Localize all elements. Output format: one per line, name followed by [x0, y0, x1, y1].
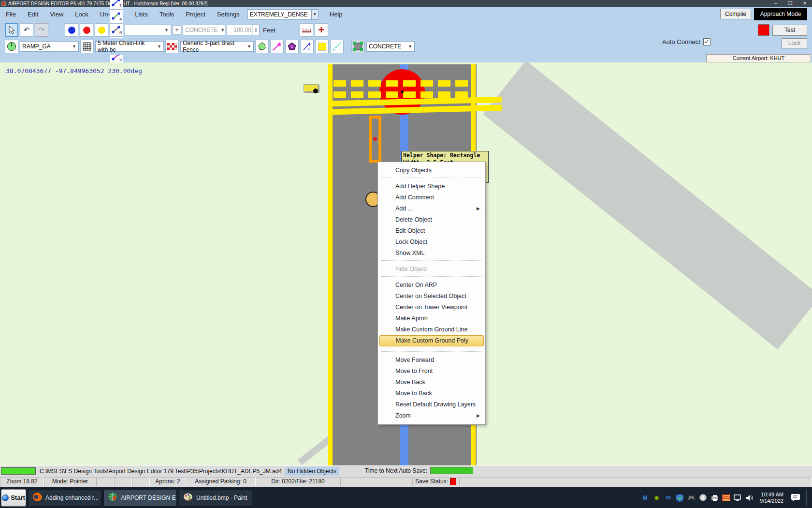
taskbar-app-untitled-bmp-paint[interactable]: Untitled.bmp - Paint	[179, 489, 252, 507]
purple-pentagon-tool-button[interactable]: G	[285, 40, 299, 53]
dashed-line-tool-button[interactable]	[330, 40, 344, 53]
undo-button[interactable]: ↶	[20, 23, 33, 37]
action-center-icon[interactable]	[790, 493, 800, 502]
submenu-arrow-icon: ▶	[477, 410, 480, 421]
blue-point-tool-button[interactable]	[65, 23, 78, 37]
auto-connect-checkbox[interactable]: ✓	[703, 38, 710, 45]
taskbar-clock[interactable]: 10:49 AM 9/14/2022	[760, 492, 783, 504]
blue-arrow-g-tool-button[interactable]: G	[300, 40, 314, 53]
taxiway-diagonal[interactable]	[483, 62, 812, 350]
blast-fence-dropdown[interactable]: Generic 3-part Blast Fence ▼	[180, 41, 254, 52]
line-tool-a-button[interactable]: A	[110, 10, 123, 23]
start-button[interactable]: Start	[1, 489, 26, 507]
ade-icon	[108, 492, 117, 503]
status-bar-bottom: Zoom 18.82Mode: PointerAprons: 2Assigned…	[0, 476, 812, 487]
chevron-down-icon[interactable]: ▼	[311, 9, 319, 20]
context-menu-item-lock-object[interactable]: Lock Object	[379, 237, 484, 248]
surface-dropdown[interactable]: CONCRETE ▼	[366, 41, 415, 52]
context-menu-item-edit-object[interactable]: Edit Object	[379, 225, 484, 237]
context-menu-item-add-comment[interactable]: Add Comment	[379, 192, 484, 203]
context-menu-item-add-helper-shape[interactable]: Add Helper Shape	[379, 181, 484, 192]
tray-disc-icon[interactable]	[699, 493, 707, 502]
no-hidden-objects-badge: No Hidden Objects	[285, 467, 339, 476]
menu-settings[interactable]: Settings	[211, 9, 246, 20]
context-menu-item-center-on-selected-object[interactable]: Center on Selected Object	[379, 291, 484, 302]
context-menu-item-add[interactable]: Add ...▶	[379, 203, 484, 214]
magenta-line-tool-button[interactable]	[270, 40, 284, 53]
ramp-type-dropdown[interactable]: RAMP_GA ▼	[20, 41, 79, 52]
restore-icon[interactable]: ❐	[783, 0, 798, 7]
context-menu-item-move-to-front[interactable]: Move to Front	[379, 366, 484, 377]
helper-rectangle-vertex[interactable]	[373, 137, 377, 141]
threshold-dash	[455, 80, 468, 87]
line-tool-t-button[interactable]: T	[110, 0, 123, 10]
yellow-square-tool-button[interactable]	[315, 40, 329, 53]
context-menu-item-show-xml[interactable]: Show XML	[379, 248, 484, 259]
test-button[interactable]: Test	[772, 25, 807, 36]
lock-button[interactable]: Lock	[782, 38, 807, 48]
yellow-point-tool-button[interactable]	[95, 23, 108, 37]
marker-node-dot[interactable]	[313, 89, 318, 93]
tray-controller-icon[interactable]: 🎮	[687, 493, 696, 502]
approach-mode-button[interactable]: Approach Mode	[754, 8, 807, 20]
menu-project[interactable]: Project	[180, 9, 211, 20]
tray-malwarebytes-icon[interactable]: M	[641, 493, 649, 502]
line-tool-r-button[interactable]: R	[110, 23, 123, 37]
close-icon[interactable]: ✕	[798, 0, 812, 7]
context-menu-item-reset-default-drawing-layers[interactable]: Reset Default Drawing Layers	[379, 399, 484, 410]
tray-ccu-icon[interactable]: CCU	[722, 493, 730, 502]
pointer-tool-button[interactable]	[5, 23, 18, 37]
svg-text:T: T	[119, 3, 122, 8]
menu-help[interactable]: Help	[324, 9, 348, 20]
menu-view[interactable]: View	[44, 9, 69, 20]
menu-lock[interactable]: Lock	[69, 9, 94, 20]
polygon-tool-button[interactable]	[255, 40, 269, 53]
context-menu-item-copy-objects[interactable]: Copy Objects	[379, 165, 484, 176]
context-menu-item-make-custom-ground-poly[interactable]: Make Custom Ground Poly	[379, 335, 484, 346]
red-point-tool-button[interactable]	[80, 23, 93, 37]
tray-printer-icon[interactable]	[710, 493, 719, 502]
menu-edit[interactable]: Edit	[22, 9, 44, 20]
context-menu-item-move-forward[interactable]: Move Forward	[379, 355, 484, 366]
context-menu-item-make-apron[interactable]: Make Apron	[379, 313, 484, 324]
checker-tool-button[interactable]	[165, 40, 179, 53]
context-menu-item-delete-object[interactable]: Delete Object	[379, 214, 484, 225]
map-canvas[interactable]: 38.070843677 -97.849963052 230.00deg Hel…	[0, 62, 812, 465]
ruler-tool-button[interactable]	[300, 23, 313, 37]
density-dropdown[interactable]: EXTREMELY_DENSE ▼	[247, 9, 311, 20]
redo-button[interactable]: ↷	[35, 23, 48, 37]
surface-dropdown-disabled[interactable]: CONCRETE ▼	[183, 25, 225, 35]
context-menu-item-zoom[interactable]: Zoom▶	[379, 410, 484, 421]
menu-lists[interactable]: Lists	[129, 9, 154, 20]
chevron-down-icon: ▼	[154, 44, 161, 49]
selection-rect-tool-button[interactable]	[351, 40, 365, 53]
taskbar-app-airport-design-e[interactable]: AIRPORT DESIGN E...	[103, 489, 177, 507]
crosshair-tool-button[interactable]: +	[315, 23, 328, 37]
spinner-arrows-icon[interactable]: ▲▼	[252, 25, 259, 35]
tray-defender-icon[interactable]	[676, 493, 684, 502]
context-menu-item-move-back[interactable]: Move Back	[379, 377, 484, 388]
gauge-tool-button[interactable]	[5, 40, 18, 53]
taskbar-app-adding-enhanced-r[interactable]: Adding enhanced r...	[28, 489, 102, 507]
segment-type-dropdown[interactable]: ▼	[125, 25, 171, 35]
tray-volume-icon[interactable]	[745, 493, 754, 502]
context-menu-item-center-on-arp[interactable]: Center On ARP	[379, 280, 484, 291]
tray-nvidia-icon[interactable]: ◉	[652, 493, 661, 502]
context-menu-item-move-to-back[interactable]: Move to Back	[379, 388, 484, 399]
compile-button[interactable]: Compile	[720, 9, 751, 19]
units-label: Feet	[261, 27, 277, 34]
status-bar-top: C:\MSFS\FS Design Tools\Airport Design E…	[0, 465, 812, 476]
show-desktop-button[interactable]	[806, 489, 807, 507]
minimize-icon[interactable]: –	[768, 0, 783, 7]
fence-type-dropdown[interactable]: 5 Meter Chain-link with be ▼	[95, 41, 164, 52]
tray-mail-icon[interactable]: ✉	[664, 493, 672, 502]
context-menu-item-make-custom-ground-line[interactable]: Make Custom Ground Line	[379, 324, 484, 335]
menu-file[interactable]: File	[0, 9, 22, 20]
context-menu-item-center-on-tower-viewpoint[interactable]: Center on Tower Viewpoint	[379, 302, 484, 313]
tray-display-icon[interactable]	[734, 493, 742, 502]
grid-tool-button[interactable]	[80, 40, 94, 53]
width-spinner[interactable]: 100.00 ▲▼	[227, 25, 260, 35]
add-segment-button[interactable]: +	[173, 25, 181, 35]
menu-tools[interactable]: Tools	[154, 9, 180, 20]
svg-text:R: R	[119, 30, 122, 35]
